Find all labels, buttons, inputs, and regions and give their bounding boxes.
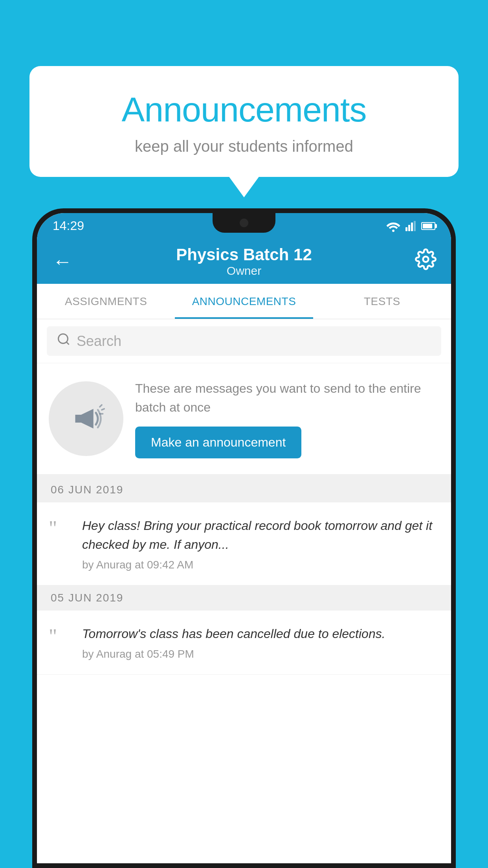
tab-announcements[interactable]: ANNOUNCEMENTS bbox=[175, 284, 313, 319]
quote-icon-1: " bbox=[49, 518, 72, 539]
status-icons bbox=[386, 220, 435, 232]
svg-line-7 bbox=[100, 405, 102, 407]
announcement-meta-1: by Anurag at 09:42 AM bbox=[82, 559, 439, 571]
announcement-prompt: These are messages you want to send to t… bbox=[37, 363, 451, 477]
tab-tests[interactable]: TESTS bbox=[313, 284, 451, 319]
announcement-text-1: Hey class! Bring your practical record b… bbox=[82, 516, 439, 571]
prompt-description: These are messages you want to send to t… bbox=[135, 379, 439, 417]
search-placeholder: Search bbox=[77, 333, 121, 349]
date-text-1: 06 JUN 2019 bbox=[51, 484, 123, 496]
search-icon bbox=[57, 332, 71, 350]
phone-notch bbox=[213, 213, 275, 233]
megaphone-circle bbox=[49, 381, 123, 456]
tab-assignments[interactable]: ASSIGNMENTS bbox=[37, 284, 175, 319]
svg-point-0 bbox=[392, 230, 394, 232]
bubble-subtitle: keep all your students informed bbox=[49, 138, 439, 155]
app-bar-subtitle: Owner bbox=[74, 264, 414, 278]
svg-point-6 bbox=[59, 334, 68, 344]
settings-button[interactable] bbox=[414, 248, 437, 274]
announcement-item-2[interactable]: " Tomorrow's class has been cancelled du… bbox=[37, 611, 451, 675]
signal-icon bbox=[405, 221, 416, 231]
battery-fill bbox=[423, 224, 432, 228]
date-text-2: 05 JUN 2019 bbox=[51, 592, 123, 604]
svg-rect-1 bbox=[405, 227, 407, 231]
back-button[interactable]: ← bbox=[51, 250, 74, 273]
app-bar-title-container: Physics Batch 12 Owner bbox=[74, 245, 414, 278]
date-separator-1: 06 JUN 2019 bbox=[37, 477, 451, 502]
speech-bubble: Announcements keep all your students inf… bbox=[29, 66, 459, 177]
svg-line-8 bbox=[102, 409, 104, 410]
search-container: Search bbox=[37, 319, 451, 363]
announcement-item-1[interactable]: " Hey class! Bring your practical record… bbox=[37, 502, 451, 585]
battery-icon bbox=[421, 222, 435, 230]
make-announcement-button[interactable]: Make an announcement bbox=[135, 427, 301, 458]
phone-screen: 14:29 bbox=[37, 213, 451, 863]
wifi-icon bbox=[386, 220, 401, 232]
app-bar-title: Physics Batch 12 bbox=[74, 245, 414, 264]
app-bar: ← Physics Batch 12 Owner bbox=[37, 239, 451, 284]
svg-rect-4 bbox=[414, 221, 416, 231]
date-separator-2: 05 JUN 2019 bbox=[37, 585, 451, 611]
svg-rect-2 bbox=[408, 225, 410, 231]
search-box[interactable]: Search bbox=[47, 326, 441, 356]
bubble-title: Announcements bbox=[49, 90, 439, 130]
content-area: Search bbox=[37, 319, 451, 675]
quote-icon-2: " bbox=[49, 626, 72, 647]
announcement-body-1: Hey class! Bring your practical record b… bbox=[82, 516, 439, 554]
announcement-text-2: Tomorrow's class has been cancelled due … bbox=[82, 624, 439, 660]
phone-frame: 14:29 bbox=[32, 208, 456, 868]
megaphone-icon bbox=[66, 399, 106, 438]
announcement-body-2: Tomorrow's class has been cancelled due … bbox=[82, 624, 439, 643]
status-time: 14:29 bbox=[53, 219, 84, 233]
svg-rect-3 bbox=[411, 223, 413, 231]
tab-bar: ASSIGNMENTS ANNOUNCEMENTS TESTS bbox=[37, 284, 451, 319]
camera bbox=[240, 219, 248, 227]
svg-point-5 bbox=[423, 256, 428, 262]
phone-inner: 14:29 bbox=[37, 213, 451, 863]
announcement-meta-2: by Anurag at 05:49 PM bbox=[82, 648, 439, 660]
prompt-content: These are messages you want to send to t… bbox=[135, 379, 439, 458]
